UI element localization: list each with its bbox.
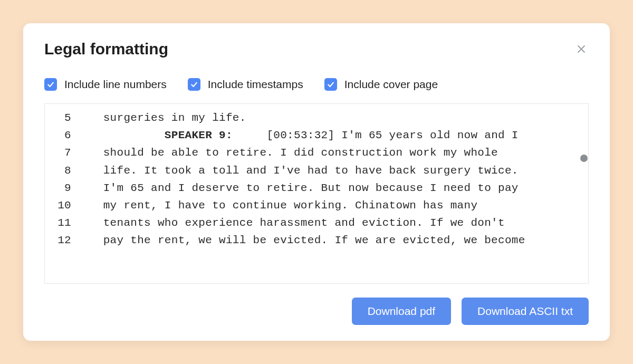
check-icon [190, 80, 198, 89]
transcript-line: 6 SPEAKER 9: [00:53:32] I'm 65 years old… [45, 127, 580, 144]
line-number: 8 [45, 162, 83, 179]
modal-title: Legal formatting [44, 40, 168, 58]
line-number: 11 [45, 214, 83, 232]
line-text: my rent, I have to continue working. Chi… [83, 197, 580, 214]
checkbox-timestamps[interactable] [188, 78, 200, 91]
transcript-body: 5 surgeries in my life.6 SPEAKER 9: [00:… [45, 104, 580, 283]
close-button[interactable] [574, 42, 589, 56]
option-line-numbers[interactable]: Include line numbers [44, 78, 167, 91]
line-text: should be able to retire. I did construc… [83, 144, 580, 161]
timestamp: [00:53:32] [266, 129, 334, 141]
option-timestamps[interactable]: Include timestamps [188, 78, 303, 91]
close-icon [576, 43, 587, 55]
modal-header: Legal formatting [44, 40, 589, 58]
scroll-thumb[interactable] [580, 155, 588, 162]
option-label: Include timestamps [208, 78, 303, 91]
speaker-label: SPEAKER 9: [165, 129, 233, 141]
transcript-line: 5 surgeries in my life. [45, 109, 580, 127]
line-number: 6 [45, 127, 83, 144]
line-number: 7 [45, 144, 83, 161]
transcript-line: 10 my rent, I have to continue working. … [45, 197, 580, 214]
line-number: 12 [45, 232, 83, 249]
line-text: SPEAKER 9: [00:53:32] I'm 65 years old n… [83, 127, 580, 144]
option-label: Include line numbers [64, 78, 167, 91]
transcript-preview: 5 surgeries in my life.6 SPEAKER 9: [00:… [44, 103, 589, 284]
line-text: tenants who experience harassment and ev… [83, 214, 580, 232]
checkbox-cover-page[interactable] [324, 78, 337, 91]
checkbox-line-numbers[interactable] [44, 78, 57, 91]
check-icon [327, 80, 335, 89]
check-icon [46, 80, 55, 89]
transcript-line: 12 pay the rent, we will be evicted. If … [45, 232, 580, 249]
download-ascii-button[interactable]: Download ASCII txt [462, 298, 589, 325]
modal-footer: Download pdf Download ASCII txt [44, 298, 589, 325]
options-row: Include line numbers Include timestamps … [44, 78, 589, 91]
transcript-line: 11 tenants who experience harassment and… [45, 214, 580, 232]
line-number: 9 [45, 179, 83, 197]
line-number: 10 [45, 197, 83, 214]
option-label: Include cover page [344, 78, 438, 91]
line-number: 5 [45, 109, 83, 127]
option-cover-page[interactable]: Include cover page [324, 78, 438, 91]
transcript-line: 7 should be able to retire. I did constr… [45, 144, 580, 161]
line-text: I'm 65 and I deserve to retire. But now … [83, 179, 580, 197]
line-text: pay the rent, we will be evicted. If we … [83, 232, 580, 249]
line-text: surgeries in my life. [83, 109, 580, 127]
legal-formatting-modal: Legal formatting Include line numbers In… [23, 23, 610, 341]
transcript-line: 9 I'm 65 and I deserve to retire. But no… [45, 179, 580, 197]
download-pdf-button[interactable]: Download pdf [352, 298, 451, 325]
transcript-scrollbar[interactable] [580, 104, 588, 283]
transcript-line: 8 life. It took a toll and I've had to h… [45, 162, 580, 179]
line-text: life. It took a toll and I've had to hav… [83, 162, 580, 179]
